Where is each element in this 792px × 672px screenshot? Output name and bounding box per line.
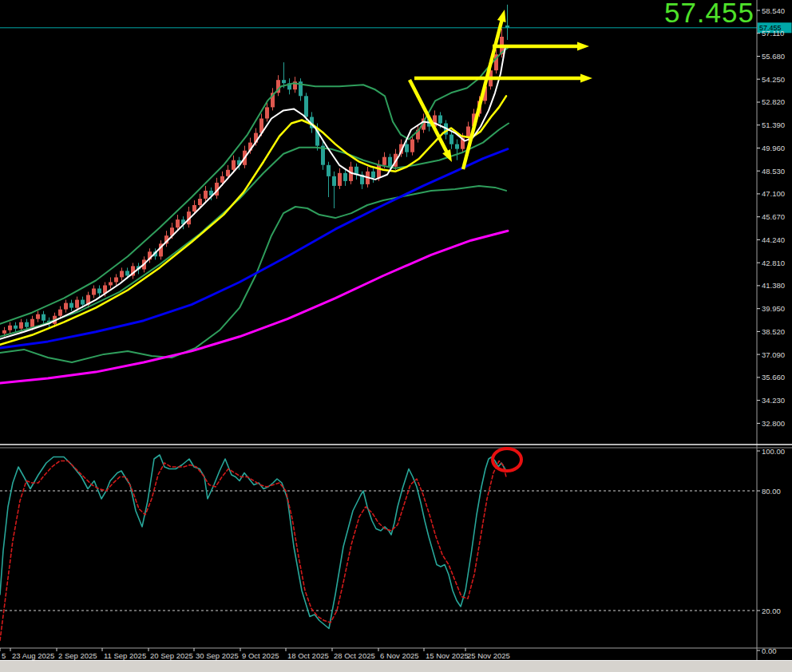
window-bottom-strip: [0, 660, 792, 672]
ma-white-line: [0, 46, 505, 339]
highlight-circle-annotation[interactable]: [493, 449, 521, 471]
candle-body: [304, 96, 308, 117]
candle-body: [114, 278, 118, 283]
arrow-head-icon: [497, 10, 506, 22]
candle-body: [75, 300, 79, 308]
candle-body: [14, 326, 18, 329]
candle-body: [120, 271, 124, 277]
candle-body: [332, 176, 336, 186]
candle-body: [438, 116, 442, 124]
candle-body: [226, 170, 230, 176]
candle-body: [388, 157, 392, 167]
candle-body: [382, 157, 386, 165]
candle-body: [176, 219, 180, 227]
candle-body: [192, 205, 196, 211]
candle-body: [410, 140, 414, 152]
ma-blue-line: [0, 149, 508, 348]
candle-body: [36, 314, 40, 319]
trend-arrow-annotation[interactable]: [463, 10, 506, 169]
price-axis-label: 44.240: [762, 235, 785, 244]
arrow-shaft: [463, 16, 503, 169]
candle-body: [30, 319, 34, 327]
candle-body: [58, 310, 62, 316]
current-price-display: 57.455: [664, 0, 754, 26]
price-axis-label: 32.800: [762, 419, 785, 428]
stochastic-d-line: [0, 461, 506, 641]
arrow-head-icon: [442, 149, 452, 162]
price-axis-label: 57.110: [762, 29, 784, 38]
date-axis-label: 2 Sep 2025: [58, 651, 97, 660]
candle-body: [338, 173, 342, 186]
chart-window: 57.45558.54057.11055.68054.25052.82051.3…: [0, 0, 792, 672]
candle-body: [198, 199, 202, 205]
candle-body: [405, 144, 409, 152]
date-axis-label: 25 Nov 2025: [467, 651, 510, 660]
price-axis-label: 45.670: [762, 212, 785, 221]
candle-body: [377, 165, 381, 178]
price-axis-label: 42.810: [762, 259, 785, 267]
price-axis-label: 54.250: [762, 75, 785, 84]
price-axis-label: 55.680: [762, 52, 785, 61]
date-axis-label: 20 Sep 2025: [150, 651, 193, 660]
candle-body: [343, 173, 347, 181]
candle-body: [42, 314, 46, 321]
candle-body: [232, 160, 236, 170]
candle-body: [282, 80, 286, 83]
candle-body: [25, 322, 29, 327]
bollinger-upper-band: [0, 48, 508, 324]
candle-body: [109, 283, 113, 286]
candle-body: [64, 303, 68, 310]
date-axis-label: 23 Aug 2025: [12, 651, 54, 660]
stoch-axis-label: 0.00: [762, 646, 777, 655]
stoch-axis-label: 100.00: [762, 447, 785, 456]
price-axis-label: 49.960: [762, 144, 785, 152]
price-axis-label: 47.100: [762, 189, 785, 198]
candle-body: [220, 176, 224, 183]
candle-body: [327, 165, 331, 176]
candle-body: [455, 144, 459, 149]
candle-body: [265, 107, 269, 118]
date-axis-label: 5: [2, 651, 6, 660]
date-axis-label: 30 Sep 2025: [196, 651, 239, 660]
date-axis-label: 11 Sep 2025: [104, 651, 146, 660]
stoch-axis-label: 80.00: [762, 487, 781, 496]
arrow-head-icon: [577, 42, 589, 51]
price-axis-label: 37.090: [762, 350, 785, 359]
price-axis-label: 39.950: [762, 304, 785, 313]
candle-body: [2, 330, 6, 334]
candle-body: [449, 135, 453, 144]
price-axis-label: 51.390: [762, 121, 785, 129]
candle-body: [204, 191, 208, 199]
candle-body: [19, 322, 23, 329]
price-axis-label: 48.530: [762, 167, 785, 176]
price-axis-label: 52.820: [762, 97, 785, 106]
price-axis-label: 38.520: [762, 327, 785, 336]
candle-body: [125, 271, 129, 275]
date-axis-label: 28 Oct 2025: [334, 651, 375, 660]
price-axis-label: 58.540: [762, 6, 785, 15]
stoch-axis-label: 20.00: [762, 607, 781, 615]
date-axis-label: 18 Oct 2025: [287, 651, 329, 660]
date-axis-label: 9 Oct 2025: [242, 651, 279, 660]
price-chart-canvas[interactable]: 57.45558.54057.11055.68054.25052.82051.3…: [0, 0, 792, 672]
candle-body: [97, 289, 101, 294]
arrow-head-icon: [580, 74, 592, 83]
arrow-shaft: [410, 80, 449, 156]
candle-body: [8, 326, 12, 330]
candle-body: [92, 289, 96, 295]
candle-body: [371, 172, 375, 178]
price-axis-label: 41.380: [762, 281, 785, 290]
candle-body: [81, 300, 85, 305]
price-axis-label: 34.230: [762, 396, 785, 405]
candles-series: [2, 5, 509, 337]
date-axis-label: 6 Nov 2025: [380, 651, 419, 660]
candle-body: [69, 303, 73, 308]
trend-arrow-annotation[interactable]: [414, 74, 592, 83]
price-axis-label: 35.660: [762, 373, 785, 381]
date-axis-label: 15 Nov 2025: [426, 651, 469, 660]
